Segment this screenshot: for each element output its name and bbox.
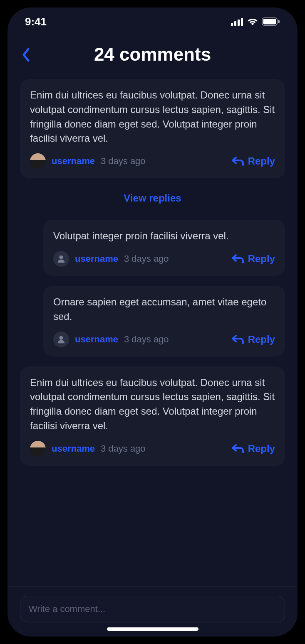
comment-timestamp: 3 days ago [124, 334, 169, 345]
status-indicators [231, 17, 280, 26]
avatar[interactable] [53, 251, 69, 267]
back-button[interactable] [22, 48, 30, 62]
svg-point-7 [59, 256, 63, 259]
svg-rect-0 [231, 23, 233, 26]
reply-button[interactable]: Reply [231, 443, 275, 455]
comment-author[interactable]: username [52, 156, 95, 167]
user-icon [57, 335, 66, 344]
comment-body: Ornare sapien eget accumsan, amet vitae … [53, 295, 275, 324]
comment-author[interactable]: username [52, 443, 95, 454]
reply-arrow-icon [231, 254, 244, 264]
reply-arrow-icon [231, 156, 244, 166]
status-bar: 9:41 [7, 7, 298, 32]
view-replies-button[interactable]: View replies [20, 188, 285, 210]
reply-label: Reply [248, 155, 275, 167]
reply-label: Reply [248, 334, 275, 345]
svg-point-8 [59, 336, 63, 339]
comment-timestamp: 3 days ago [101, 443, 146, 454]
user-icon [57, 254, 66, 263]
reply-arrow-icon [231, 334, 244, 344]
comment-body: Enim dui ultrices eu faucibus volutpat. … [30, 88, 275, 146]
avatar[interactable] [53, 332, 69, 347]
status-time: 9:41 [25, 15, 47, 28]
comment-author[interactable]: username [75, 334, 118, 345]
comment-timestamp: 3 days ago [124, 253, 169, 264]
comment-author[interactable]: username [75, 253, 118, 264]
svg-rect-6 [278, 20, 280, 23]
comment-card: Enim dui ultrices eu faucibus volutpat. … [20, 366, 285, 466]
avatar[interactable] [30, 153, 46, 169]
reply-card: Volutpat integer proin facilisi viverra … [43, 220, 285, 276]
reply-arrow-icon [231, 444, 244, 454]
comment-timestamp: 3 days ago [101, 156, 146, 167]
comment-card: Enim dui ultrices eu faucibus volutpat. … [20, 79, 285, 178]
svg-rect-1 [234, 21, 236, 26]
reply-button[interactable]: Reply [231, 253, 275, 265]
comment-input[interactable] [20, 596, 285, 622]
wifi-icon [247, 17, 258, 26]
comment-body: Volutpat integer proin facilisi viverra … [53, 229, 275, 243]
reply-label: Reply [248, 253, 275, 265]
svg-rect-3 [241, 18, 243, 26]
battery-icon [262, 17, 280, 26]
page-title: 24 comments [94, 44, 211, 65]
chevron-left-icon [22, 48, 30, 62]
comment-body: Enim dui ultrices eu faucibus volutpat. … [30, 376, 275, 433]
header: 24 comments [7, 32, 298, 79]
reply-button[interactable]: Reply [231, 334, 275, 345]
reply-label: Reply [248, 443, 275, 455]
home-indicator[interactable] [107, 627, 198, 631]
svg-rect-5 [263, 19, 276, 25]
reply-button[interactable]: Reply [231, 155, 275, 167]
avatar[interactable] [30, 441, 46, 457]
reply-card: Ornare sapien eget accumsan, amet vitae … [43, 286, 285, 356]
svg-rect-2 [238, 20, 240, 26]
cell-signal-icon [231, 17, 243, 26]
